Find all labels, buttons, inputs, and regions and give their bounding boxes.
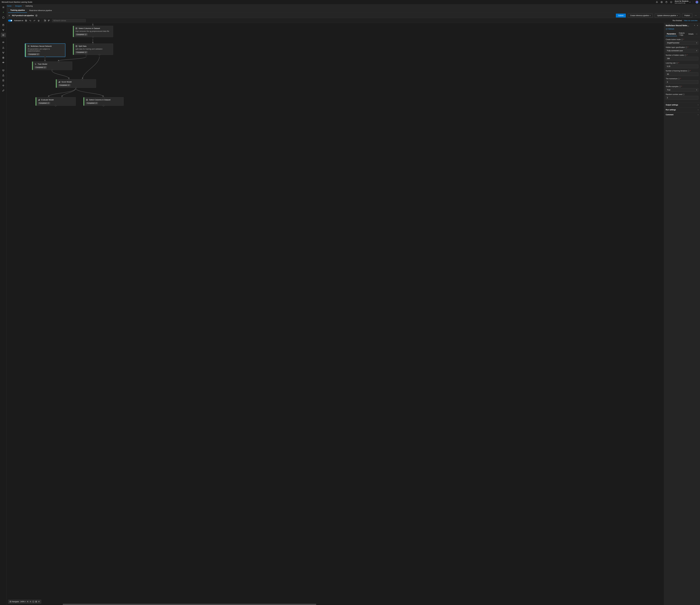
breadcrumb-home[interactable]: Home (7, 5, 11, 7)
bell-icon[interactable] (656, 1, 658, 3)
port-in-1[interactable] (44, 61, 46, 62)
port-out-1[interactable] (85, 54, 87, 55)
trainer-mode-select[interactable]: SingleParameter▾ (666, 41, 698, 45)
feedback-icon[interactable] (670, 1, 672, 3)
pipeline-settings-icon[interactable] (35, 15, 38, 17)
datastores-icon[interactable] (1, 78, 6, 82)
breadcrumb-designer[interactable]: Designer (15, 5, 22, 7)
linked-icon[interactable] (1, 88, 6, 93)
info-icon[interactable]: i (684, 54, 686, 56)
info-icon[interactable]: i (685, 47, 687, 48)
search-canvas-input[interactable] (55, 20, 84, 22)
learning-rate-input[interactable] (666, 65, 698, 68)
undo-icon[interactable] (29, 20, 32, 22)
update-inference-button[interactable]: Update inference pipeline▾ (655, 14, 680, 18)
actual-size-icon[interactable] (35, 601, 37, 603)
node-train-model[interactable]: Train Model Completed (32, 62, 72, 70)
horizontal-scrollbar[interactable] (63, 604, 626, 605)
port-out[interactable] (55, 105, 56, 106)
port-out[interactable] (51, 69, 53, 71)
environments-icon[interactable] (1, 73, 6, 78)
labeling-icon[interactable] (1, 83, 6, 88)
fit-screen-icon[interactable] (32, 601, 34, 603)
pan-mode-icon[interactable] (48, 20, 50, 22)
endpoints-icon[interactable] (1, 60, 6, 65)
select-mode-icon[interactable] (44, 19, 46, 22)
hidden-spec-select[interactable]: Fully-connected case▾ (666, 49, 698, 52)
auto-layout-icon[interactable] (38, 601, 40, 603)
autosave-toggle[interactable] (8, 20, 12, 22)
port-in[interactable] (92, 25, 94, 26)
port-in-1[interactable] (68, 78, 70, 80)
subscription-switcher[interactable]: Azure for Students ieee-search-nlp ▾ (675, 0, 690, 4)
seed-input[interactable] (666, 96, 698, 100)
node-select-columns-2[interactable]: Select Columns in Dataset Completed (83, 97, 124, 106)
momentum-input[interactable] (666, 80, 698, 84)
create-inference-button[interactable]: Create inference pipeline▾ (628, 14, 653, 18)
redo-icon[interactable] (33, 20, 36, 22)
expand-panel-icon[interactable] (8, 15, 10, 17)
node-split-data[interactable]: Split Data split data for training and v… (73, 44, 113, 55)
hidden-nodes-input[interactable] (666, 57, 698, 60)
hamburger-icon[interactable] (1, 5, 6, 9)
refresh-button[interactable]: Refresh (664, 28, 700, 31)
canvas[interactable]: Select Columns in Dataset Imp! removes t… (7, 23, 664, 605)
save-icon[interactable] (25, 20, 28, 22)
search-canvas[interactable] (52, 19, 86, 22)
info-icon[interactable]: i (676, 62, 678, 64)
info-icon[interactable]: i (688, 70, 690, 72)
notebooks-icon[interactable] (1, 23, 6, 27)
node-select-columns-1[interactable]: Select Columns in Dataset Imp! removes t… (73, 26, 113, 37)
node-score-model[interactable]: Score Model Completed (56, 79, 96, 88)
tab-details[interactable]: Details (687, 32, 695, 36)
section-output-settings[interactable]: Output settings› (664, 102, 700, 107)
port-in-1[interactable] (48, 96, 49, 98)
expand-icon[interactable] (694, 25, 695, 26)
add-icon[interactable] (1, 10, 6, 15)
publish-button[interactable]: Publish (682, 14, 692, 18)
avatar[interactable] (696, 1, 698, 3)
close-icon[interactable] (697, 25, 698, 26)
tab-parameters[interactable]: Parameters (666, 32, 677, 36)
automl-icon[interactable] (1, 28, 6, 32)
compute-icon[interactable] (1, 68, 6, 73)
delete-icon[interactable] (38, 20, 40, 22)
port-in[interactable] (92, 43, 94, 44)
iterations-input[interactable] (666, 72, 698, 76)
shuffle-select[interactable]: True▾ (666, 88, 698, 92)
data-icon[interactable] (1, 40, 6, 45)
port-in-2[interactable] (58, 61, 59, 62)
tab-training-pipeline[interactable]: Training pipeline (8, 8, 27, 13)
info-icon[interactable]: i (681, 39, 683, 40)
section-run-settings[interactable]: Run settings› (664, 107, 700, 112)
port-out[interactable] (44, 56, 46, 57)
info-icon[interactable]: i (683, 94, 684, 95)
gear-icon[interactable] (660, 1, 663, 3)
port-out-2[interactable] (99, 54, 100, 55)
pipelines-icon[interactable] (1, 50, 6, 55)
home-icon[interactable] (1, 15, 6, 20)
section-comment[interactable]: Comment› (664, 112, 700, 117)
tab-outputs-logs[interactable]: Outputs + logs (678, 31, 687, 37)
info-icon[interactable]: i (678, 78, 680, 79)
view-run-overview-link[interactable]: View run overview (684, 20, 698, 22)
zoom-in-icon[interactable] (27, 601, 29, 603)
port-out[interactable] (103, 105, 104, 106)
submit-button[interactable]: Submit (616, 14, 626, 18)
port-in-2[interactable] (61, 96, 63, 98)
port-in-2[interactable] (82, 78, 83, 80)
designer-icon[interactable] (1, 33, 6, 37)
help-icon[interactable] (665, 1, 668, 3)
scrollbar-thumb[interactable] (63, 604, 316, 605)
more-icon[interactable]: ⋯ (694, 14, 698, 17)
zoom-out-icon[interactable] (30, 601, 31, 603)
port-out[interactable] (75, 87, 77, 89)
port-out[interactable] (92, 37, 94, 38)
models-icon[interactable] (1, 55, 6, 60)
panel-tabs-more-icon[interactable]: ⋯ (695, 32, 698, 35)
tab-realtime-inference[interactable]: Real-time inference pipeline (27, 8, 54, 13)
port-in[interactable] (103, 96, 104, 98)
node-multiclass-nn[interactable]: Multiclass Neural Network All parameters… (25, 44, 65, 57)
info-icon[interactable]: i (679, 86, 681, 88)
navigator-button[interactable]: Navigator (10, 601, 19, 603)
